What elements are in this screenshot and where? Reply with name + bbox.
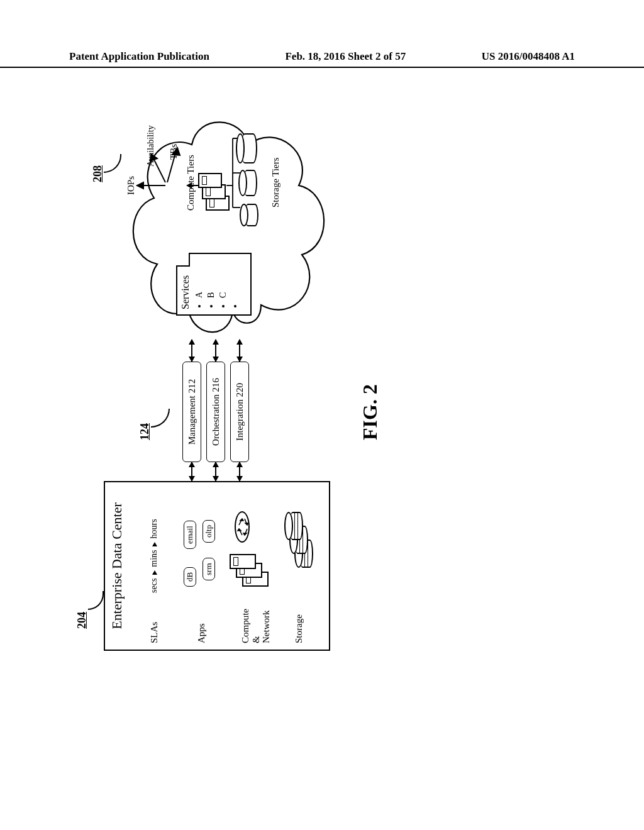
svg-marker-7 bbox=[245, 523, 248, 525]
services-box: Services A B C bbox=[176, 253, 252, 316]
service-item: B bbox=[206, 259, 218, 298]
svg-line-10 bbox=[153, 157, 165, 182]
header-center: Feb. 18, 2016 Sheet 2 of 57 bbox=[285, 50, 406, 63]
header-right: US 2016/0048408 A1 bbox=[482, 50, 575, 63]
ref-204-leader bbox=[88, 591, 104, 610]
services-title: Services bbox=[180, 259, 191, 309]
svg-marker-11 bbox=[150, 154, 157, 161]
svg-marker-15 bbox=[186, 182, 192, 189]
router-arrows-icon bbox=[236, 512, 248, 541]
bi-arrow-icon bbox=[191, 462, 192, 481]
ref-124-leader bbox=[151, 409, 170, 428]
bi-arrow-icon bbox=[215, 462, 216, 481]
svg-marker-13 bbox=[172, 148, 180, 155]
router-icon bbox=[235, 511, 250, 543]
ref-208: 208 bbox=[91, 165, 104, 182]
app-oltp: oltp bbox=[203, 520, 215, 543]
figure-rotated-canvas: 204 Enterprise Data Center SLAs secs min… bbox=[8, 137, 636, 655]
bi-arrow-icon bbox=[239, 462, 240, 481]
storage-tiers-label: Storage Tiers bbox=[270, 157, 281, 208]
slas-value: secs mins hours bbox=[149, 519, 159, 593]
app-db: dB bbox=[184, 567, 196, 587]
slas-secs: secs bbox=[149, 578, 158, 593]
svg-line-12 bbox=[167, 151, 176, 182]
compute-network-label: Compute & Network bbox=[240, 609, 272, 643]
services-list: A B C bbox=[194, 259, 242, 309]
server-icon bbox=[230, 554, 256, 569]
page-header: Patent Application Publication Feb. 18, … bbox=[0, 0, 644, 68]
disk-icon bbox=[236, 133, 257, 163]
iops-arrows-icon bbox=[131, 116, 194, 217]
arrow-right-icon bbox=[152, 542, 157, 546]
slas-mins: mins bbox=[149, 550, 158, 567]
edc-title: Enterprise Data Center bbox=[105, 482, 125, 650]
svg-marker-3 bbox=[240, 519, 243, 521]
integration-box: Integration 220 bbox=[230, 362, 249, 462]
apps-label: Apps bbox=[196, 623, 207, 643]
orchestration-box: Orchestration 216 bbox=[206, 362, 225, 462]
service-item: C bbox=[218, 259, 230, 298]
server-icon bbox=[198, 173, 222, 188]
ref-204: 204 bbox=[75, 612, 89, 629]
enterprise-data-center-box: Enterprise Data Center SLAs secs mins ho… bbox=[104, 481, 330, 651]
arrow-right-icon bbox=[152, 570, 157, 575]
disk-icon bbox=[240, 204, 258, 226]
storage-graphic bbox=[284, 499, 319, 568]
disk-icon bbox=[284, 512, 303, 540]
svg-marker-1 bbox=[238, 529, 241, 531]
storage-label: Storage bbox=[294, 614, 304, 643]
up-arrow-icon bbox=[186, 181, 199, 190]
management-box: Management 212 bbox=[182, 362, 201, 462]
svg-marker-9 bbox=[137, 182, 143, 189]
ref-124: 124 bbox=[138, 423, 152, 440]
storage-tiers-graphic bbox=[236, 138, 270, 226]
slas-hours: hours bbox=[149, 519, 158, 538]
compute-network-graphic bbox=[230, 505, 274, 587]
figure-label: FIG. 2 bbox=[358, 384, 382, 440]
header-left: Patent Application Publication bbox=[69, 50, 209, 63]
svg-marker-5 bbox=[243, 533, 247, 535]
service-item bbox=[230, 259, 242, 298]
slas-label: SLAs bbox=[149, 622, 160, 643]
app-srm: srm bbox=[203, 558, 215, 581]
service-item: A bbox=[194, 259, 206, 298]
app-email: email bbox=[184, 521, 196, 549]
disk-icon bbox=[238, 170, 257, 196]
